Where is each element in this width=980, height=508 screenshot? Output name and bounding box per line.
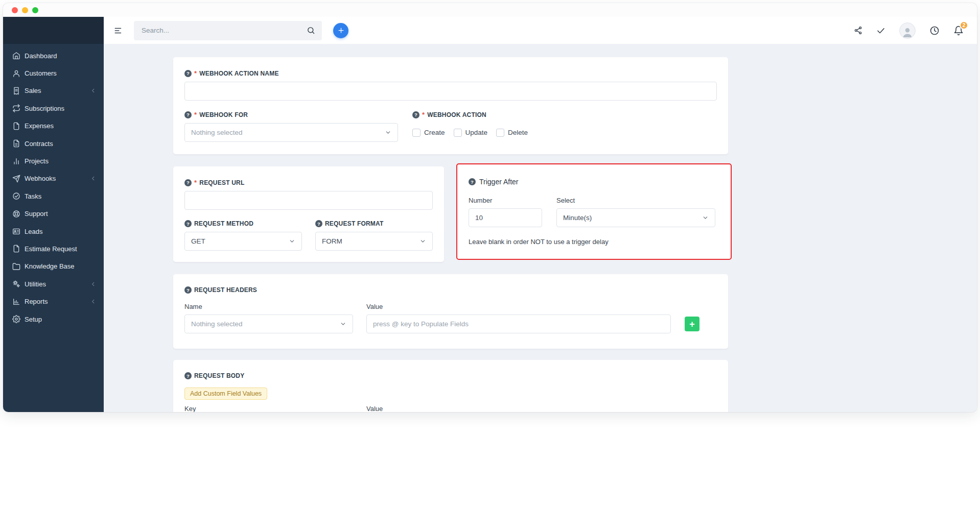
id-badge-icon xyxy=(12,227,20,235)
notifications-button[interactable]: 2 xyxy=(953,26,964,36)
repeat-icon xyxy=(12,104,20,112)
sidebar-item-webhooks[interactable]: Webhooks xyxy=(3,170,104,187)
window-minimize-button[interactable] xyxy=(22,7,28,13)
chevron-down-icon xyxy=(289,238,295,245)
quick-add-button[interactable] xyxy=(333,23,348,38)
checkbox-update[interactable]: Update xyxy=(454,129,488,137)
request-url-label: REQUEST URL xyxy=(184,179,433,186)
help-icon[interactable] xyxy=(412,111,419,118)
help-icon[interactable] xyxy=(184,179,192,186)
help-icon[interactable] xyxy=(184,220,192,227)
sidebar-item-label: Sales xyxy=(25,87,41,94)
chevron-down-icon xyxy=(385,129,391,136)
sidebar-item-label: Support xyxy=(25,210,48,217)
header-value-input[interactable] xyxy=(366,315,671,333)
sidebar-item-contracts[interactable]: Contracts xyxy=(3,135,104,152)
add-custom-field-values-button[interactable]: Add Custom Field Values xyxy=(184,388,267,400)
clock-icon[interactable] xyxy=(929,26,940,36)
trigger-hint-text: Leave blank in order NOT to use a trigge… xyxy=(469,238,715,252)
select-value: GET xyxy=(191,237,205,245)
gears-icon xyxy=(12,280,20,288)
sidebar-item-subscriptions[interactable]: Subscriptions xyxy=(3,100,104,117)
checkbox-box xyxy=(454,129,462,137)
sidebar-item-knowledge-base[interactable]: Knowledge Base xyxy=(3,258,104,275)
sidebar-item-leads[interactable]: Leads xyxy=(3,223,104,240)
chevron-down-icon xyxy=(702,214,709,221)
select-value: Nothing selected xyxy=(191,320,243,328)
help-icon[interactable] xyxy=(184,372,192,379)
checkbox-box xyxy=(496,129,504,137)
sidebar-item-sales[interactable]: Sales xyxy=(3,82,104,100)
request-body-card: REQUEST BODY Add Custom Field Values Key xyxy=(173,360,728,412)
sidebar-item-reports[interactable]: Reports xyxy=(3,293,104,310)
required-asterisk xyxy=(194,179,197,186)
help-icon[interactable] xyxy=(184,286,192,294)
request-format-label: REQUEST FORMAT xyxy=(315,220,433,227)
help-icon[interactable] xyxy=(184,70,192,77)
search-icon[interactable] xyxy=(307,26,315,35)
request-url-input[interactable] xyxy=(184,191,433,210)
body-key-label: Key xyxy=(184,405,353,412)
sidebar-item-expenses[interactable]: Expenses xyxy=(3,117,104,135)
share-icon[interactable] xyxy=(854,26,862,35)
app-window: Dashboard Customers Sales Subscriptions xyxy=(3,3,977,412)
avatar[interactable] xyxy=(899,22,916,39)
required-asterisk xyxy=(194,111,197,118)
select-value: Nothing selected xyxy=(191,129,243,136)
header-name-label: Name xyxy=(184,303,353,310)
file-icon xyxy=(12,245,20,253)
header-value-label: Value xyxy=(366,303,671,310)
sidebar-item-estimate-request[interactable]: Estimate Request xyxy=(3,240,104,257)
help-icon[interactable] xyxy=(184,111,192,118)
sidebar-item-label: Tasks xyxy=(25,192,41,200)
sidebar-toggle-icon[interactable] xyxy=(114,26,123,35)
trigger-select-label: Select xyxy=(556,197,715,204)
sidebar-item-label: Utilities xyxy=(25,280,46,288)
sidebar-item-setup[interactable]: Setup xyxy=(3,310,104,328)
sidebar: Dashboard Customers Sales Subscriptions xyxy=(3,17,104,412)
webhook-action-options: Create Update Delete xyxy=(412,123,717,142)
trigger-after-title: Trigger After xyxy=(469,178,715,186)
check-icon[interactable] xyxy=(876,26,885,35)
webhook-action-label: WEBHOOK ACTION xyxy=(412,111,717,118)
webhook-for-label: WEBHOOK FOR xyxy=(184,111,398,118)
window-zoom-button[interactable] xyxy=(32,7,38,13)
required-asterisk xyxy=(194,69,197,77)
sidebar-item-dashboard[interactable]: Dashboard xyxy=(3,47,104,64)
sidebar-item-label: Reports xyxy=(25,298,48,305)
plus-icon xyxy=(337,27,345,34)
trigger-number-input[interactable] xyxy=(469,208,542,227)
webhook-for-select[interactable]: Nothing selected xyxy=(184,123,398,142)
sidebar-item-label: Expenses xyxy=(25,122,54,130)
chevron-left-icon xyxy=(90,176,96,181)
sidebar-item-label: Knowledge Base xyxy=(25,262,75,270)
request-method-select[interactable]: GET xyxy=(184,232,302,251)
help-icon[interactable] xyxy=(469,178,476,185)
sidebar-logo-area xyxy=(3,17,104,44)
sidebar-item-support[interactable]: Support xyxy=(3,205,104,223)
sidebar-item-tasks[interactable]: Tasks xyxy=(3,187,104,205)
webhook-action-name-input[interactable] xyxy=(184,82,717,101)
sidebar-item-label: Leads xyxy=(25,228,42,235)
gear-icon xyxy=(12,315,20,323)
checkbox-delete[interactable]: Delete xyxy=(496,129,528,137)
bar-chart-icon xyxy=(12,157,20,165)
trigger-unit-select[interactable]: Minute(s) xyxy=(556,208,715,227)
home-icon xyxy=(12,52,20,60)
sidebar-item-projects[interactable]: Projects xyxy=(3,152,104,170)
search-input[interactable] xyxy=(141,26,307,35)
help-icon[interactable] xyxy=(315,220,322,227)
sidebar-item-customers[interactable]: Customers xyxy=(3,64,104,82)
header-name-select[interactable]: Nothing selected xyxy=(184,315,353,333)
chevron-down-icon xyxy=(419,238,426,245)
search-box xyxy=(134,21,322,40)
sidebar-item-label: Webhooks xyxy=(25,175,56,182)
checkbox-create[interactable]: Create xyxy=(412,129,445,137)
sidebar-item-utilities[interactable]: Utilities xyxy=(3,275,104,293)
sidebar-item-label: Customers xyxy=(25,69,57,77)
topbar: 2 xyxy=(104,17,977,44)
add-header-button[interactable]: + xyxy=(685,317,699,331)
request-format-select[interactable]: FORM xyxy=(315,232,433,251)
window-close-button[interactable] xyxy=(12,7,18,13)
chevron-left-icon xyxy=(90,281,96,287)
